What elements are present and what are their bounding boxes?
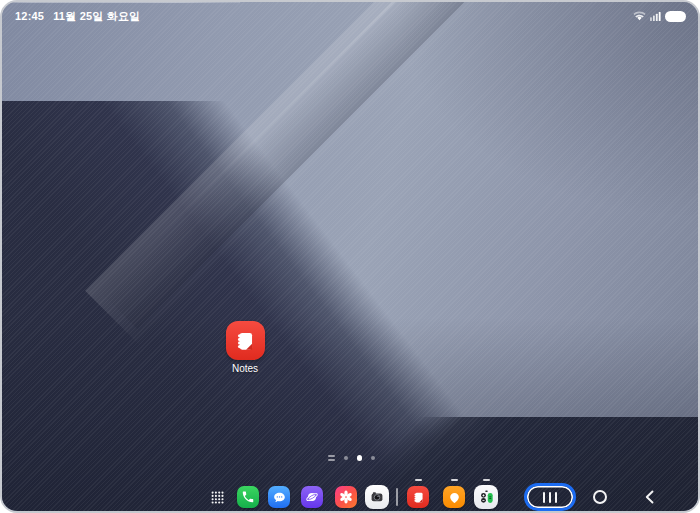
status-left: 12:45 11월 25일 화요일	[15, 9, 140, 24]
tablet-screenshot: 12:45 11월 25일 화요일	[0, 0, 700, 513]
page-dot-3	[371, 456, 376, 461]
clock: 12:45	[15, 10, 44, 22]
status-bar: 12:45 11월 25일 화요일	[2, 2, 698, 28]
penup-recent-app-icon[interactable]	[443, 486, 465, 508]
home-button[interactable]	[593, 490, 607, 504]
notes-app-icon	[226, 321, 265, 360]
wifi-icon	[633, 11, 646, 21]
remote-recent-app-icon[interactable]	[474, 485, 498, 509]
recents-button[interactable]	[543, 492, 557, 503]
back-button[interactable]	[643, 490, 655, 504]
recents-bar	[555, 492, 557, 503]
phone-app-icon[interactable]	[237, 486, 259, 508]
internet-app-icon[interactable]	[301, 486, 323, 508]
wallpaper	[2, 2, 698, 511]
page-dot-1	[344, 456, 349, 461]
home-screen: 12:45 11월 25일 화요일	[0, 0, 700, 513]
page-dot-2-active	[357, 455, 363, 461]
recent-app-dash	[451, 479, 458, 481]
recent-app-dash	[415, 479, 422, 481]
notes-recent-app-icon[interactable]	[407, 486, 429, 508]
shortcut-label: Notes	[214, 363, 276, 374]
recent-app-dash	[483, 479, 490, 481]
signal-icon	[650, 11, 661, 21]
desktop-shortcut-notes[interactable]: Notes	[214, 321, 276, 374]
page-indicator	[328, 453, 375, 463]
media-page-icon	[328, 455, 335, 460]
app-drawer-button[interactable]	[211, 490, 224, 503]
date: 11월 25일 화요일	[53, 9, 140, 24]
dock-separator	[396, 488, 398, 506]
wallpaper-texture	[2, 2, 698, 511]
highlight-annotation-oval	[524, 483, 576, 511]
recents-bar	[543, 492, 545, 503]
battery-icon	[665, 11, 686, 22]
camera-app-icon[interactable]	[365, 485, 389, 509]
status-right	[633, 10, 686, 22]
recents-bar	[549, 492, 551, 503]
galaxy-store-app-icon[interactable]	[335, 486, 357, 508]
messages-app-icon[interactable]	[268, 486, 290, 508]
